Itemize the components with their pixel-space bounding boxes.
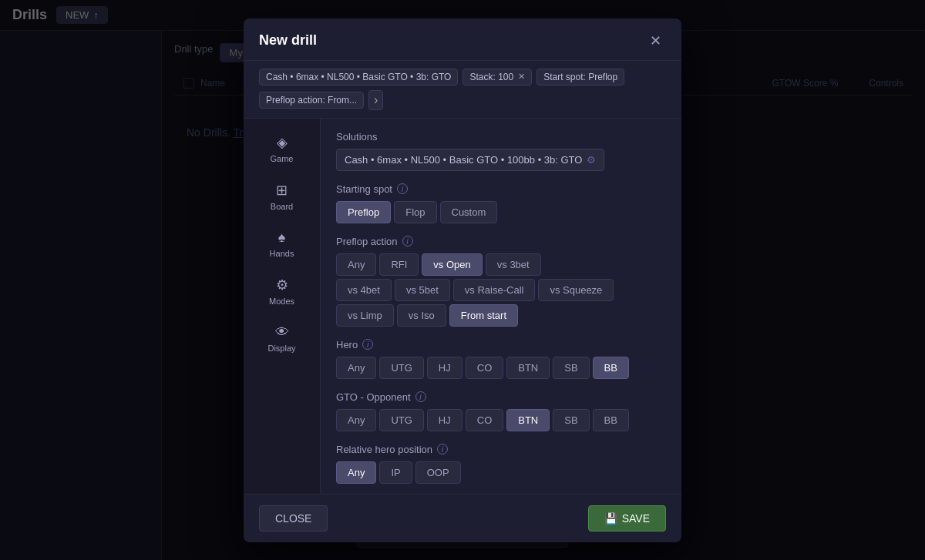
starting-spot-section: Starting spot i Preflop Flop Custom	[336, 183, 666, 223]
hero-any[interactable]: Any	[336, 357, 376, 379]
preflop-action-vs-4bet[interactable]: vs 4bet	[336, 279, 392, 301]
sidebar-item-game[interactable]: ◈ Game	[244, 125, 320, 173]
starting-spot-preflop[interactable]: Preflop	[336, 201, 391, 223]
modal-body: ◈ Game ⊞ Board ♠ Hands ⚙ Modes 👁 Disp	[244, 119, 681, 494]
hands-icon: ♠	[278, 230, 286, 246]
hero-sb[interactable]: SB	[553, 357, 589, 379]
save-label: SAVE	[622, 512, 650, 525]
chip-preflop-action: Preflop action: From...	[259, 92, 364, 109]
gto-opp-any[interactable]: Any	[336, 409, 376, 431]
hero-label: Hero i	[336, 339, 666, 350]
new-drill-modal: New drill ✕ Cash • 6max • NL500 • Basic …	[244, 18, 681, 542]
hero-co[interactable]: CO	[466, 357, 504, 379]
gto-opp-co[interactable]: CO	[466, 409, 504, 431]
hero-hj[interactable]: HJ	[427, 357, 462, 379]
relative-hero-label: Relative hero position i	[336, 444, 666, 455]
preflop-action-from-start[interactable]: From start	[449, 304, 518, 327]
sidebar-item-modes-label: Modes	[269, 297, 294, 306]
starting-spot-flop[interactable]: Flop	[394, 201, 436, 223]
sidebar-item-hands[interactable]: ♠ Hands	[244, 220, 320, 267]
chip-start-spot-text: Start spot: Preflop	[543, 72, 617, 82]
gto-opponent-info-icon[interactable]: i	[415, 391, 426, 402]
relative-hero-oop[interactable]: OOP	[415, 461, 461, 484]
display-icon: 👁	[275, 324, 289, 340]
modal-content: Solutions Cash • 6max • NL500 • Basic GT…	[321, 119, 681, 494]
starting-spot-info-icon[interactable]: i	[397, 183, 408, 194]
relative-hero-any[interactable]: Any	[336, 461, 376, 484]
modal-overlay: New drill ✕ Cash • 6max • NL500 • Basic …	[0, 0, 925, 560]
hero-info-icon[interactable]: i	[362, 339, 373, 350]
sidebar-item-board[interactable]: ⊞ Board	[244, 173, 320, 220]
preflop-action-row-2: vs 4bet vs 5bet vs Raise-Call vs Squeeze	[336, 279, 666, 301]
hero-buttons: Any UTG HJ CO BTN SB BB	[336, 357, 666, 379]
sidebar-item-display[interactable]: 👁 Display	[244, 315, 320, 362]
solutions-section: Solutions Cash • 6max • NL500 • Basic GT…	[336, 131, 666, 171]
gto-opponent-section: GTO - Opponent i Any UTG HJ CO BTN SB BB	[336, 391, 666, 431]
preflop-action-vs-3bet[interactable]: vs 3bet	[486, 253, 541, 276]
solution-settings-icon[interactable]: ⚙	[587, 154, 596, 166]
gto-opponent-buttons: Any UTG HJ CO BTN SB BB	[336, 409, 666, 431]
modal-close-button[interactable]: ✕	[645, 31, 666, 51]
starting-spot-custom[interactable]: Custom	[440, 201, 498, 223]
preflop-action-any[interactable]: Any	[336, 253, 376, 276]
save-button[interactable]: 💾 SAVE	[588, 505, 666, 531]
modal-header: New drill ✕	[244, 18, 681, 61]
relative-hero-section: Relative hero position i Any IP OOP	[336, 444, 666, 484]
chip-stack-close[interactable]: ✕	[518, 72, 525, 82]
solution-text: Cash • 6max • NL500 • Basic GTO • 100bb …	[345, 154, 582, 166]
gto-opp-utg[interactable]: UTG	[379, 409, 423, 431]
sidebar-item-display-label: Display	[267, 344, 295, 353]
preflop-action-row-1: Any RFI vs Open vs 3bet	[336, 253, 666, 276]
board-icon: ⊞	[276, 182, 288, 199]
save-icon: 💾	[604, 512, 617, 525]
chip-stack-text: Stack: 100	[469, 72, 513, 82]
chip-solution-text: Cash • 6max • NL500 • Basic GTO • 3b: GT…	[266, 72, 451, 82]
preflop-action-vs-limp[interactable]: vs Limp	[336, 304, 394, 327]
preflop-action-vs-squeeze[interactable]: vs Squeeze	[538, 279, 614, 301]
sidebar-item-game-label: Game	[271, 154, 294, 163]
relative-hero-buttons: Any IP OOP	[336, 461, 666, 484]
gto-opponent-label: GTO - Opponent i	[336, 391, 666, 403]
modal-footer: CLOSE 💾 SAVE	[244, 494, 681, 542]
preflop-action-vs-5bet[interactable]: vs 5bet	[395, 279, 450, 301]
preflop-action-row-3: vs Limp vs Iso From start	[336, 304, 666, 327]
hero-bb[interactable]: BB	[593, 357, 629, 379]
preflop-action-vs-raise-call[interactable]: vs Raise-Call	[453, 279, 536, 301]
relative-hero-info-icon[interactable]: i	[437, 444, 448, 454]
modal-sidebar: ◈ Game ⊞ Board ♠ Hands ⚙ Modes 👁 Disp	[244, 119, 321, 494]
relative-hero-ip[interactable]: IP	[379, 461, 412, 484]
starting-spot-buttons: Preflop Flop Custom	[336, 201, 666, 223]
chips-arrow-button[interactable]: ›	[368, 90, 383, 110]
solution-chip: Cash • 6max • NL500 • Basic GTO • 100bb …	[336, 149, 604, 171]
hero-section: Hero i Any UTG HJ CO BTN SB BB	[336, 339, 666, 379]
preflop-action-info-icon[interactable]: i	[402, 236, 413, 246]
starting-spot-label: Starting spot i	[336, 183, 666, 195]
close-footer-button[interactable]: CLOSE	[259, 505, 328, 531]
gto-opp-hj[interactable]: HJ	[427, 409, 462, 431]
preflop-action-rfi[interactable]: RFI	[379, 253, 419, 276]
hero-btn[interactable]: BTN	[506, 357, 550, 379]
sidebar-item-hands-label: Hands	[270, 249, 294, 258]
hero-utg[interactable]: UTG	[379, 357, 423, 379]
chip-stack: Stack: 100 ✕	[462, 69, 532, 86]
preflop-action-vs-iso[interactable]: vs Iso	[397, 304, 446, 327]
chip-preflop-action-text: Preflop action: From...	[266, 95, 357, 106]
gto-opp-btn[interactable]: BTN	[506, 409, 550, 431]
sidebar-item-board-label: Board	[271, 202, 293, 211]
preflop-action-section: Preflop action i Any RFI vs Open vs 3bet…	[336, 236, 666, 327]
preflop-action-vs-open[interactable]: vs Open	[422, 253, 482, 276]
preflop-action-label: Preflop action i	[336, 236, 666, 247]
game-icon: ◈	[277, 134, 288, 151]
modal-title: New drill	[259, 32, 317, 49]
chip-solution: Cash • 6max • NL500 • Basic GTO • 3b: GT…	[259, 69, 458, 86]
sidebar-item-modes[interactable]: ⚙ Modes	[244, 267, 320, 315]
gto-opp-bb[interactable]: BB	[593, 409, 629, 431]
modes-icon: ⚙	[276, 277, 288, 293]
filter-chips-row: Cash • 6max • NL500 • Basic GTO • 3b: GT…	[244, 61, 681, 119]
gto-opp-sb[interactable]: SB	[553, 409, 589, 431]
chip-start-spot: Start spot: Preflop	[536, 69, 624, 86]
solutions-label: Solutions	[336, 131, 666, 143]
